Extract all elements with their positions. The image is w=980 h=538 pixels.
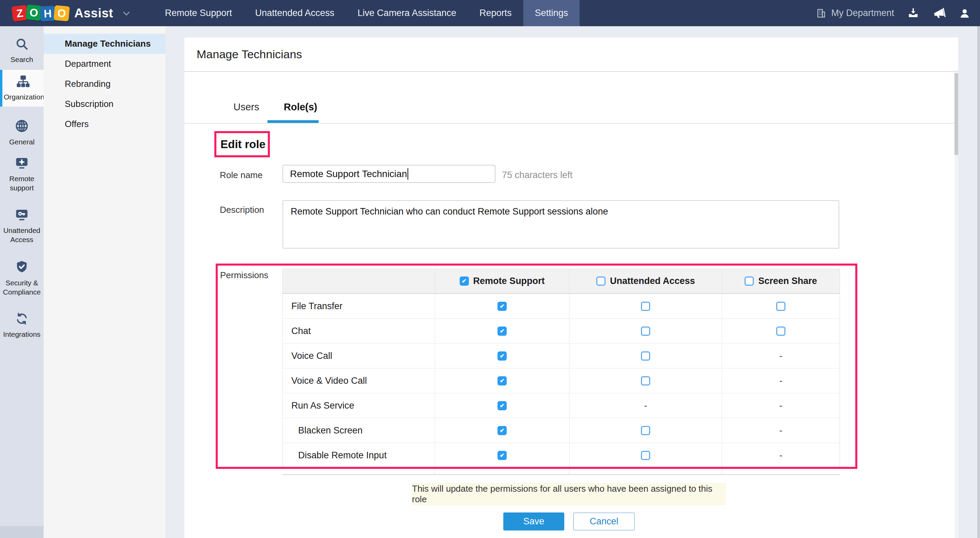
search-icon [15, 46, 29, 52]
logo-letter-block: H [40, 5, 56, 21]
column-header-label: Unattended Access [610, 276, 695, 286]
checkbox[interactable] [641, 426, 650, 435]
annotation-box-edit-role: Edit role [214, 131, 270, 157]
sidebar-item-rebranding[interactable]: Rebranding [44, 74, 165, 94]
cancel-button[interactable]: Cancel [573, 513, 635, 530]
tab-users[interactable]: Users [234, 102, 259, 113]
checkbox[interactable] [498, 401, 507, 410]
checkbox[interactable] [498, 351, 507, 360]
text-caret [407, 168, 408, 180]
checkbox[interactable] [776, 376, 786, 386]
feature-label: File Transfer [291, 301, 342, 311]
table-row-cutoff [283, 468, 840, 475]
checkbox[interactable] [776, 451, 786, 460]
save-button[interactable]: Save [503, 513, 564, 530]
page-title: Manage Technicians [197, 48, 302, 61]
edit-role-heading: Edit role [216, 138, 266, 151]
sidebar-item-offers[interactable]: Offers [44, 114, 165, 134]
integrations-sync-icon [15, 321, 29, 327]
rail-item-integrations[interactable]: Integrations [0, 307, 44, 339]
checkbox[interactable] [776, 302, 786, 311]
top-navbar: Z O H O Assist Remote Support Unattended… [0, 0, 980, 26]
tab-bar: Users Role(s) [185, 72, 958, 124]
rail-item-search[interactable]: Search [0, 32, 44, 64]
unattended-access-key-icon [15, 217, 29, 223]
rail-item-security-compliance[interactable]: Security & Compliance [0, 255, 44, 297]
logo-letter-block: Z [11, 5, 28, 21]
role-name-label: Role name [220, 170, 263, 181]
department-selector[interactable]: My Department [816, 8, 894, 19]
column-header-label: Screen Share [758, 276, 817, 286]
checkbox[interactable] [641, 451, 650, 460]
globe-icon [15, 129, 29, 134]
download-icon[interactable] [907, 7, 920, 19]
logo-letter-block: O [54, 5, 70, 21]
window-scrollbar-track[interactable] [977, 26, 980, 538]
table-row: Voice Call [283, 344, 840, 368]
description-value: Remote Support Technician who can conduc… [291, 206, 608, 217]
characters-left-hint: 75 characters left [502, 170, 573, 181]
nav-settings[interactable]: Settings [523, 0, 580, 26]
checkbox[interactable] [498, 376, 507, 386]
feature-label: Voice Call [291, 351, 332, 361]
organization-icon [16, 84, 31, 90]
rail-item-label: Unattended Access [0, 226, 44, 244]
rail-item-unattended-access[interactable]: Unattended Access [0, 203, 44, 244]
checkbox[interactable] [776, 327, 786, 336]
zoho-assist-logo[interactable]: Z O H O Assist [12, 6, 129, 21]
product-name: Assist [74, 6, 113, 21]
content-scrollbar-track[interactable] [955, 72, 958, 538]
checkbox[interactable] [641, 376, 650, 386]
checkbox[interactable] [498, 302, 507, 311]
table-row: Chat [283, 319, 840, 344]
sidebar-item-department[interactable]: Department [44, 54, 165, 74]
checkbox-remote-support[interactable] [460, 276, 469, 286]
tab-roles[interactable]: Role(s) [284, 102, 317, 113]
feature-label: Blacken Screen [298, 425, 363, 436]
rail-item-label: Security & Compliance [0, 278, 44, 297]
rail-item-label: General [0, 137, 44, 146]
feature-label: Voice & Video Call [291, 376, 367, 386]
chevron-down-icon[interactable] [123, 9, 130, 16]
main-menu: Remote Support Unattended Access Live Ca… [153, 0, 580, 26]
table-row: File Transfer [283, 294, 840, 319]
main-content: Users Role(s) Edit role Role name Remote… [185, 72, 958, 538]
update-notice: This will update the permissions for all… [412, 483, 726, 505]
checkbox[interactable] [776, 351, 786, 360]
checkbox[interactable] [498, 426, 507, 435]
checkbox-screen-share[interactable] [745, 276, 754, 286]
feature-label: Run As Service [291, 400, 355, 411]
role-name-input[interactable]: Remote Support Technician [283, 165, 495, 183]
description-textarea[interactable]: Remote Support Technician who can conduc… [283, 200, 839, 249]
rail-item-label: Remote support [0, 174, 44, 192]
checkbox[interactable] [641, 351, 650, 360]
nav-remote-support[interactable]: Remote Support [153, 0, 243, 26]
icon-rail: Search Organization General Remote suppo… [0, 26, 44, 538]
checkbox[interactable] [641, 327, 650, 336]
column-header-label: Remote Support [473, 276, 545, 286]
rail-item-general[interactable]: General [0, 114, 44, 146]
settings-sidebar: Manage Technicians Department Rebranding… [44, 26, 165, 538]
rail-item-remote-support[interactable]: Remote support [0, 152, 44, 192]
security-shield-icon [15, 269, 29, 275]
checkbox[interactable] [498, 451, 507, 460]
sidebar-item-subscription[interactable]: Subscription [44, 94, 165, 114]
logo-letter-block: O [25, 4, 42, 21]
rail-item-organization[interactable]: Organization [0, 70, 44, 106]
checkbox-unattended-access[interactable] [596, 276, 606, 286]
profile-icon[interactable] [959, 8, 970, 19]
nav-unattended-access[interactable]: Unattended Access [243, 0, 346, 26]
checkbox[interactable] [776, 426, 786, 435]
sidebar-item-manage-technicians[interactable]: Manage Technicians [44, 34, 165, 54]
rail-scrollbar-track [0, 526, 44, 538]
content-scrollbar-thumb[interactable] [955, 73, 958, 155]
nav-live-camera-assistance[interactable]: Live Camera Assistance [346, 0, 468, 26]
description-label: Description [220, 205, 264, 215]
checkbox[interactable] [641, 401, 650, 410]
checkbox[interactable] [776, 401, 786, 410]
checkbox[interactable] [498, 327, 507, 336]
nav-reports[interactable]: Reports [468, 0, 523, 26]
announcements-icon[interactable] [932, 7, 946, 20]
checkbox[interactable] [641, 302, 650, 311]
page-header: Manage Technicians [185, 38, 958, 72]
